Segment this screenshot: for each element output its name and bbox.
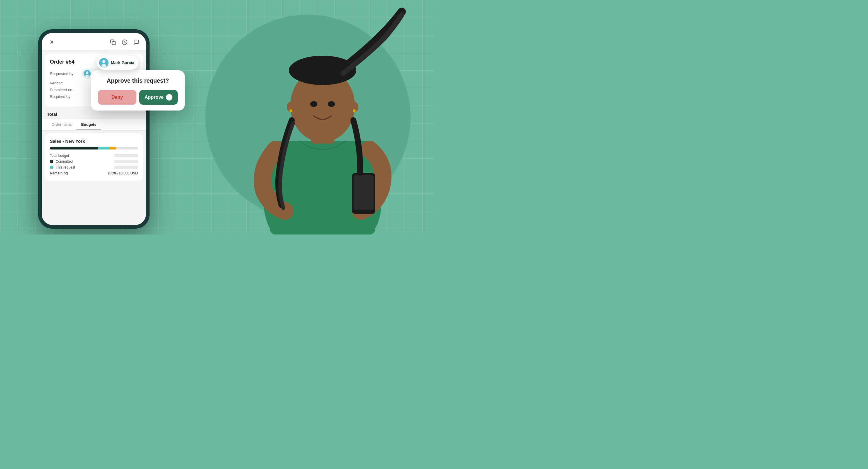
svg-rect-6 (354, 175, 374, 210)
budget-bar (50, 147, 138, 150)
required-label: Required by: (50, 94, 82, 99)
tab-order-items[interactable]: Order Items (47, 119, 76, 130)
committed-left: Committed (50, 159, 73, 163)
approve-dialog: Approve this request? Deny Approve (91, 70, 185, 111)
this-request-label: This request (56, 165, 75, 169)
history-icon[interactable] (121, 38, 128, 46)
remaining-label: Remaining (50, 171, 68, 175)
svg-point-19 (102, 60, 105, 63)
total-budget-row: Total budget (50, 154, 138, 158)
dialog-title: Approve this request? (98, 77, 178, 84)
this-request-dot (50, 166, 53, 169)
budget-card: Sales - New York Total budget Committed (44, 133, 143, 181)
svg-point-16 (86, 71, 88, 74)
vendor-label: Vendor: (50, 81, 82, 85)
approve-button[interactable]: Approve (139, 90, 178, 105)
this-request-value (114, 166, 138, 169)
this-request-left: This request (50, 165, 75, 169)
remaining-value: (65%) 10,000 USD (108, 171, 138, 175)
svg-point-8 (328, 101, 335, 107)
budget-legend: Total budget Committed This request (50, 154, 138, 175)
committed-label: Committed (56, 159, 73, 163)
tabs-row: Order Items Budgets (42, 119, 146, 130)
dialog-buttons: Deny Approve (98, 90, 178, 105)
remaining-row: Remaining (65%) 10,000 USD (50, 171, 138, 175)
floating-user-chip: Mark Garcia (97, 56, 138, 70)
bar-teal (98, 147, 109, 150)
budget-title: Sales - New York (50, 139, 138, 144)
deny-button[interactable]: Deny (98, 90, 136, 105)
total-section: Total (42, 110, 146, 118)
svg-point-17 (85, 75, 89, 77)
svg-point-12 (289, 110, 292, 112)
bar-yellow (109, 147, 116, 150)
chip-avatar (99, 58, 108, 67)
svg-point-20 (101, 64, 106, 67)
tab-budgets[interactable]: Budgets (76, 119, 101, 130)
chat-icon[interactable] (132, 38, 140, 46)
person-svg (211, 0, 434, 234)
close-button[interactable]: ✕ (48, 38, 56, 46)
submitted-label: Submitted on: (50, 88, 82, 92)
avatar (84, 70, 91, 77)
total-label: Total (47, 112, 57, 117)
person-illustration (211, 0, 434, 234)
committed-dot (50, 160, 53, 163)
committed-row: Committed (50, 159, 138, 163)
svg-point-11 (353, 110, 356, 112)
chip-name: Mark Garcia (111, 60, 134, 65)
svg-point-7 (310, 101, 317, 107)
copy-icon[interactable] (109, 38, 117, 46)
this-request-row: This request (50, 165, 138, 169)
requested-by-label: Requested by: (50, 71, 82, 76)
svg-rect-13 (112, 42, 116, 45)
total-budget-label: Total budget (50, 154, 69, 158)
bar-committed (50, 147, 98, 150)
header-icons (109, 38, 140, 46)
phone-header: ✕ (42, 33, 146, 51)
approve-toggle (166, 94, 173, 100)
total-budget-value (114, 154, 138, 157)
committed-value (114, 160, 138, 163)
